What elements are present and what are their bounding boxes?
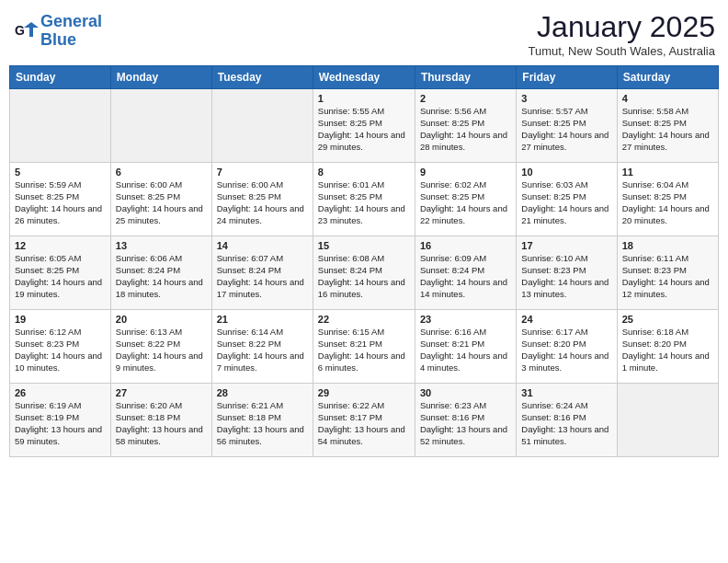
day-number: 13 — [116, 240, 207, 251]
calendar-cell — [211, 89, 313, 163]
day-number: 15 — [318, 240, 410, 251]
weekday-header: Wednesday — [313, 66, 415, 89]
day-number: 10 — [521, 167, 611, 178]
calendar-cell: 4Sunrise: 5:58 AM Sunset: 8:25 PM Daylig… — [617, 89, 718, 163]
day-number: 8 — [318, 167, 410, 178]
calendar-cell: 1Sunrise: 5:55 AM Sunset: 8:25 PM Daylig… — [313, 89, 415, 163]
calendar-cell: 26Sunrise: 6:19 AM Sunset: 8:19 PM Dayli… — [10, 384, 111, 457]
svg-marker-1 — [24, 22, 39, 37]
day-number: 23 — [420, 314, 511, 325]
calendar-cell: 23Sunrise: 6:16 AM Sunset: 8:21 PM Dayli… — [415, 310, 516, 384]
day-info: Sunrise: 5:57 AM Sunset: 8:25 PM Dayligh… — [521, 106, 611, 153]
weekday-header: Saturday — [617, 66, 718, 89]
calendar-cell: 14Sunrise: 6:07 AM Sunset: 8:24 PM Dayli… — [211, 236, 313, 310]
calendar-cell: 6Sunrise: 6:00 AM Sunset: 8:25 PM Daylig… — [110, 163, 211, 236]
calendar-week-row: 12Sunrise: 6:05 AM Sunset: 8:25 PM Dayli… — [10, 236, 719, 310]
day-info: Sunrise: 6:04 AM Sunset: 8:25 PM Dayligh… — [622, 179, 713, 226]
day-number: 3 — [521, 93, 611, 104]
day-info: Sunrise: 6:22 AM Sunset: 8:17 PM Dayligh… — [318, 400, 410, 447]
day-number: 21 — [217, 314, 308, 325]
day-info: Sunrise: 5:59 AM Sunset: 8:25 PM Dayligh… — [15, 179, 106, 226]
calendar-cell: 24Sunrise: 6:17 AM Sunset: 8:20 PM Dayli… — [517, 310, 617, 384]
calendar-cell: 19Sunrise: 6:12 AM Sunset: 8:23 PM Dayli… — [10, 310, 111, 384]
calendar-table: SundayMondayTuesdayWednesdayThursdayFrid… — [9, 65, 719, 457]
calendar-cell: 17Sunrise: 6:10 AM Sunset: 8:23 PM Dayli… — [517, 236, 617, 310]
calendar-cell: 31Sunrise: 6:24 AM Sunset: 8:16 PM Dayli… — [517, 384, 617, 457]
day-info: Sunrise: 6:05 AM Sunset: 8:25 PM Dayligh… — [15, 253, 106, 300]
day-number: 25 — [622, 314, 713, 325]
day-info: Sunrise: 6:23 AM Sunset: 8:16 PM Dayligh… — [420, 400, 511, 447]
day-number: 5 — [15, 167, 106, 178]
calendar-cell: 30Sunrise: 6:23 AM Sunset: 8:16 PM Dayli… — [415, 384, 516, 457]
day-info: Sunrise: 6:07 AM Sunset: 8:24 PM Dayligh… — [217, 253, 308, 300]
calendar-cell: 13Sunrise: 6:06 AM Sunset: 8:24 PM Dayli… — [110, 236, 211, 310]
day-info: Sunrise: 6:21 AM Sunset: 8:18 PM Dayligh… — [217, 400, 308, 447]
calendar-cell: 7Sunrise: 6:00 AM Sunset: 8:25 PM Daylig… — [211, 163, 313, 236]
day-number: 18 — [622, 240, 713, 251]
day-number: 11 — [622, 167, 713, 178]
day-info: Sunrise: 6:09 AM Sunset: 8:24 PM Dayligh… — [420, 253, 511, 300]
calendar-cell: 18Sunrise: 6:11 AM Sunset: 8:23 PM Dayli… — [617, 236, 718, 310]
day-number: 2 — [420, 93, 511, 104]
day-number: 4 — [622, 93, 713, 104]
day-info: Sunrise: 5:55 AM Sunset: 8:25 PM Dayligh… — [318, 106, 410, 153]
day-number: 12 — [15, 240, 106, 251]
weekday-header: Monday — [110, 66, 211, 89]
logo-line1: General — [40, 12, 102, 30]
day-info: Sunrise: 5:56 AM Sunset: 8:25 PM Dayligh… — [420, 106, 511, 153]
svg-text:G: G — [15, 23, 25, 38]
page-header: G General Blue January 2025 Tumut, New S… — [9, 9, 719, 58]
calendar-cell: 25Sunrise: 6:18 AM Sunset: 8:20 PM Dayli… — [617, 310, 718, 384]
day-info: Sunrise: 6:10 AM Sunset: 8:23 PM Dayligh… — [521, 253, 611, 300]
calendar-cell: 22Sunrise: 6:15 AM Sunset: 8:21 PM Dayli… — [313, 310, 415, 384]
weekday-header: Sunday — [10, 66, 111, 89]
weekday-header: Friday — [517, 66, 617, 89]
calendar-cell: 10Sunrise: 6:03 AM Sunset: 8:25 PM Dayli… — [517, 163, 617, 236]
day-info: Sunrise: 6:00 AM Sunset: 8:25 PM Dayligh… — [116, 179, 207, 226]
calendar-cell — [110, 89, 211, 163]
day-info: Sunrise: 6:18 AM Sunset: 8:20 PM Dayligh… — [622, 327, 713, 373]
day-info: Sunrise: 6:02 AM Sunset: 8:25 PM Dayligh… — [420, 179, 511, 226]
day-number: 17 — [521, 240, 611, 251]
calendar-cell — [10, 89, 111, 163]
day-info: Sunrise: 6:08 AM Sunset: 8:24 PM Dayligh… — [318, 253, 410, 300]
calendar-cell: 3Sunrise: 5:57 AM Sunset: 8:25 PM Daylig… — [517, 89, 617, 163]
calendar-cell: 12Sunrise: 6:05 AM Sunset: 8:25 PM Dayli… — [10, 236, 111, 310]
day-info: Sunrise: 6:13 AM Sunset: 8:22 PM Dayligh… — [116, 327, 207, 373]
day-number: 6 — [116, 167, 207, 178]
day-number: 30 — [420, 387, 511, 398]
calendar-week-row: 19Sunrise: 6:12 AM Sunset: 8:23 PM Dayli… — [10, 310, 719, 384]
logo-icon: G — [13, 18, 39, 44]
location: Tumut, New South Wales, Australia — [528, 44, 715, 58]
logo-line2: Blue — [40, 30, 76, 49]
calendar-cell: 29Sunrise: 6:22 AM Sunset: 8:17 PM Dayli… — [313, 384, 415, 457]
logo: G General Blue — [13, 13, 102, 50]
day-number: 16 — [420, 240, 511, 251]
day-info: Sunrise: 6:14 AM Sunset: 8:22 PM Dayligh… — [217, 327, 308, 373]
calendar-cell: 8Sunrise: 6:01 AM Sunset: 8:25 PM Daylig… — [313, 163, 415, 236]
day-number: 14 — [217, 240, 308, 251]
day-number: 29 — [318, 387, 410, 398]
day-info: Sunrise: 6:06 AM Sunset: 8:24 PM Dayligh… — [116, 253, 207, 300]
calendar-cell: 11Sunrise: 6:04 AM Sunset: 8:25 PM Dayli… — [617, 163, 718, 236]
day-info: Sunrise: 6:12 AM Sunset: 8:23 PM Dayligh… — [15, 327, 106, 373]
calendar-cell — [617, 384, 718, 457]
day-info: Sunrise: 5:58 AM Sunset: 8:25 PM Dayligh… — [622, 106, 713, 153]
day-info: Sunrise: 6:19 AM Sunset: 8:19 PM Dayligh… — [15, 400, 106, 447]
day-number: 31 — [521, 387, 611, 398]
calendar-cell: 2Sunrise: 5:56 AM Sunset: 8:25 PM Daylig… — [415, 89, 516, 163]
day-info: Sunrise: 6:24 AM Sunset: 8:16 PM Dayligh… — [521, 400, 611, 447]
day-info: Sunrise: 6:16 AM Sunset: 8:21 PM Dayligh… — [420, 327, 511, 373]
day-info: Sunrise: 6:11 AM Sunset: 8:23 PM Dayligh… — [622, 253, 713, 300]
day-info: Sunrise: 6:01 AM Sunset: 8:25 PM Dayligh… — [318, 179, 410, 226]
day-info: Sunrise: 6:20 AM Sunset: 8:18 PM Dayligh… — [116, 400, 207, 447]
day-number: 20 — [116, 314, 207, 325]
logo-text: General Blue — [40, 13, 102, 50]
calendar-week-row: 26Sunrise: 6:19 AM Sunset: 8:19 PM Dayli… — [10, 384, 719, 457]
day-number: 28 — [217, 387, 308, 398]
weekday-header: Tuesday — [211, 66, 313, 89]
day-number: 9 — [420, 167, 511, 178]
title-block: January 2025 Tumut, New South Wales, Aus… — [528, 9, 715, 58]
calendar-header-row: SundayMondayTuesdayWednesdayThursdayFrid… — [10, 66, 719, 89]
day-number: 1 — [318, 93, 410, 104]
